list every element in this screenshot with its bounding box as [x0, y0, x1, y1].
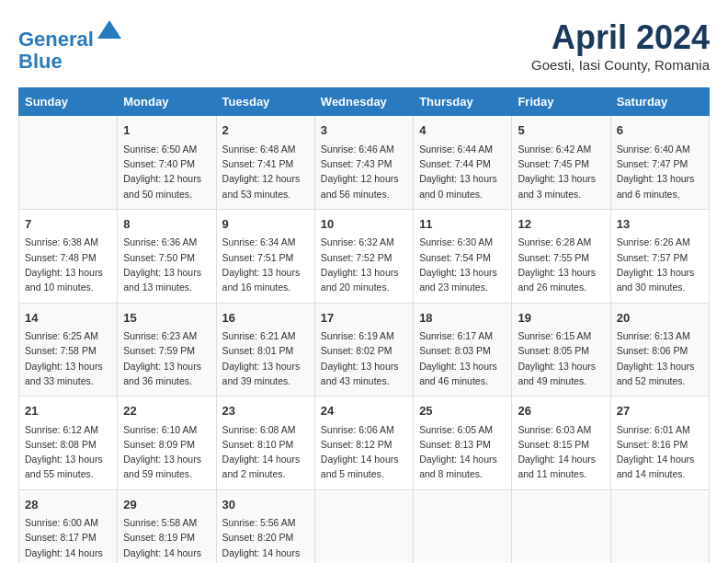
day-number: 11	[419, 215, 506, 234]
header-day-saturday: Saturday	[610, 88, 709, 116]
calendar-body: 1Sunrise: 6:50 AM Sunset: 7:40 PM Daylig…	[19, 116, 710, 563]
calendar-cell: 14Sunrise: 6:25 AM Sunset: 7:58 PM Dayli…	[19, 303, 118, 396]
day-number: 28	[25, 496, 111, 514]
day-number: 19	[518, 309, 604, 327]
day-info: Sunrise: 6:10 AM Sunset: 8:09 PM Dayligh…	[123, 422, 210, 482]
day-info: Sunrise: 6:36 AM Sunset: 7:50 PM Dayligh…	[123, 235, 210, 294]
svg-marker-0	[97, 20, 121, 39]
calendar-cell	[314, 489, 413, 563]
day-info: Sunrise: 6:38 AM Sunset: 7:48 PM Dayligh…	[25, 235, 111, 294]
week-row-1: 1Sunrise: 6:50 AM Sunset: 7:40 PM Daylig…	[19, 116, 710, 210]
calendar-cell: 4Sunrise: 6:44 AM Sunset: 7:44 PM Daylig…	[414, 116, 512, 210]
day-number: 27	[617, 402, 703, 420]
day-number: 9	[222, 215, 309, 234]
day-number: 22	[123, 402, 210, 420]
calendar-cell: 11Sunrise: 6:30 AM Sunset: 7:54 PM Dayli…	[414, 209, 512, 303]
calendar-cell	[512, 489, 610, 563]
day-number: 16	[222, 309, 309, 327]
day-number: 18	[419, 309, 506, 327]
calendar-cell: 30Sunrise: 5:56 AM Sunset: 8:20 PM Dayli…	[216, 489, 314, 563]
day-info: Sunrise: 6:25 AM Sunset: 7:58 PM Dayligh…	[25, 328, 111, 388]
logo-blue: Blue	[18, 50, 63, 73]
day-info: Sunrise: 6:21 AM Sunset: 8:01 PM Dayligh…	[222, 328, 309, 388]
calendar-cell: 10Sunrise: 6:32 AM Sunset: 7:52 PM Dayli…	[314, 209, 413, 303]
day-number: 7	[25, 215, 111, 234]
day-number: 13	[617, 215, 703, 234]
day-info: Sunrise: 6:50 AM Sunset: 7:40 PM Dayligh…	[123, 142, 210, 201]
calendar-cell: 15Sunrise: 6:23 AM Sunset: 7:59 PM Dayli…	[118, 303, 216, 396]
day-number: 30	[222, 496, 309, 514]
day-number: 2	[222, 121, 309, 140]
day-info: Sunrise: 6:48 AM Sunset: 7:41 PM Dayligh…	[222, 142, 309, 201]
day-number: 20	[617, 309, 703, 327]
day-info: Sunrise: 6:28 AM Sunset: 7:55 PM Dayligh…	[518, 235, 604, 294]
title-area: April 2024 Goesti, Iasi County, Romania	[531, 18, 710, 73]
calendar-cell: 20Sunrise: 6:13 AM Sunset: 8:06 PM Dayli…	[610, 303, 709, 396]
calendar-cell: 7Sunrise: 6:38 AM Sunset: 7:48 PM Daylig…	[19, 209, 118, 303]
calendar-cell	[610, 489, 709, 563]
week-row-3: 14Sunrise: 6:25 AM Sunset: 7:58 PM Dayli…	[19, 303, 710, 396]
header-day-monday: Monday	[118, 88, 216, 116]
logo: General Blue	[18, 18, 123, 73]
day-info: Sunrise: 6:44 AM Sunset: 7:44 PM Dayligh…	[419, 142, 506, 201]
day-info: Sunrise: 5:56 AM Sunset: 8:20 PM Dayligh…	[222, 515, 309, 563]
calendar-cell: 1Sunrise: 6:50 AM Sunset: 7:40 PM Daylig…	[118, 116, 216, 210]
day-info: Sunrise: 6:00 AM Sunset: 8:17 PM Dayligh…	[25, 515, 111, 563]
week-row-4: 21Sunrise: 6:12 AM Sunset: 8:08 PM Dayli…	[19, 396, 710, 490]
calendar-cell	[19, 116, 118, 210]
calendar-cell: 8Sunrise: 6:36 AM Sunset: 7:50 PM Daylig…	[118, 209, 216, 303]
calendar-cell: 2Sunrise: 6:48 AM Sunset: 7:41 PM Daylig…	[216, 116, 314, 210]
calendar-cell: 29Sunrise: 5:58 AM Sunset: 8:19 PM Dayli…	[118, 489, 216, 563]
day-info: Sunrise: 6:34 AM Sunset: 7:51 PM Dayligh…	[222, 235, 309, 294]
calendar-cell: 26Sunrise: 6:03 AM Sunset: 8:15 PM Dayli…	[512, 396, 610, 490]
day-info: Sunrise: 6:13 AM Sunset: 8:06 PM Dayligh…	[617, 328, 703, 388]
logo-text: General Blue	[18, 18, 123, 73]
day-number: 6	[617, 121, 703, 140]
day-number: 1	[123, 121, 210, 140]
calendar-cell: 27Sunrise: 6:01 AM Sunset: 8:16 PM Dayli…	[610, 396, 709, 490]
day-number: 29	[123, 496, 210, 514]
week-row-5: 28Sunrise: 6:00 AM Sunset: 8:17 PM Dayli…	[19, 489, 710, 563]
calendar-cell: 17Sunrise: 6:19 AM Sunset: 8:02 PM Dayli…	[314, 303, 413, 396]
day-info: Sunrise: 6:06 AM Sunset: 8:12 PM Dayligh…	[321, 422, 407, 482]
day-info: Sunrise: 6:26 AM Sunset: 7:57 PM Dayligh…	[617, 235, 703, 294]
day-number: 14	[25, 309, 111, 327]
day-number: 3	[321, 121, 407, 140]
header-day-sunday: Sunday	[19, 88, 118, 116]
day-info: Sunrise: 6:42 AM Sunset: 7:45 PM Dayligh…	[518, 142, 604, 201]
day-number: 25	[419, 402, 506, 420]
location-subtitle: Goesti, Iasi County, Romania	[531, 57, 710, 73]
calendar-cell: 13Sunrise: 6:26 AM Sunset: 7:57 PM Dayli…	[610, 209, 709, 303]
day-info: Sunrise: 6:12 AM Sunset: 8:08 PM Dayligh…	[25, 422, 111, 482]
day-info: Sunrise: 6:46 AM Sunset: 7:43 PM Dayligh…	[321, 142, 407, 201]
day-info: Sunrise: 6:19 AM Sunset: 8:02 PM Dayligh…	[321, 328, 407, 388]
logo-general: General	[18, 28, 94, 51]
day-info: Sunrise: 5:58 AM Sunset: 8:19 PM Dayligh…	[123, 515, 210, 563]
header-day-friday: Friday	[512, 88, 610, 116]
header-day-tuesday: Tuesday	[216, 88, 314, 116]
day-info: Sunrise: 6:40 AM Sunset: 7:47 PM Dayligh…	[617, 142, 703, 201]
header-row: SundayMondayTuesdayWednesdayThursdayFrid…	[19, 88, 710, 116]
calendar-cell: 16Sunrise: 6:21 AM Sunset: 8:01 PM Dayli…	[216, 303, 314, 396]
calendar-cell: 19Sunrise: 6:15 AM Sunset: 8:05 PM Dayli…	[512, 303, 610, 396]
logo-icon	[96, 18, 123, 46]
calendar-cell: 3Sunrise: 6:46 AM Sunset: 7:43 PM Daylig…	[314, 116, 413, 210]
calendar-cell: 12Sunrise: 6:28 AM Sunset: 7:55 PM Dayli…	[512, 209, 610, 303]
day-number: 4	[419, 121, 506, 140]
day-info: Sunrise: 6:03 AM Sunset: 8:15 PM Dayligh…	[518, 422, 604, 482]
calendar-cell: 22Sunrise: 6:10 AM Sunset: 8:09 PM Dayli…	[118, 396, 216, 490]
calendar-cell: 21Sunrise: 6:12 AM Sunset: 8:08 PM Dayli…	[19, 396, 118, 490]
calendar-cell: 23Sunrise: 6:08 AM Sunset: 8:10 PM Dayli…	[216, 396, 314, 490]
day-info: Sunrise: 6:08 AM Sunset: 8:10 PM Dayligh…	[222, 422, 309, 482]
calendar-cell: 28Sunrise: 6:00 AM Sunset: 8:17 PM Dayli…	[19, 489, 118, 563]
day-number: 21	[25, 402, 111, 420]
header: General Blue April 2024 Goesti, Iasi Cou…	[18, 18, 710, 73]
day-number: 24	[321, 402, 407, 420]
day-info: Sunrise: 6:23 AM Sunset: 7:59 PM Dayligh…	[123, 328, 210, 388]
day-number: 8	[123, 215, 210, 234]
day-info: Sunrise: 6:30 AM Sunset: 7:54 PM Dayligh…	[419, 235, 506, 294]
day-number: 26	[518, 402, 604, 420]
month-title: April 2024	[531, 18, 710, 57]
calendar-cell: 6Sunrise: 6:40 AM Sunset: 7:47 PM Daylig…	[610, 116, 709, 210]
day-number: 5	[518, 121, 604, 140]
